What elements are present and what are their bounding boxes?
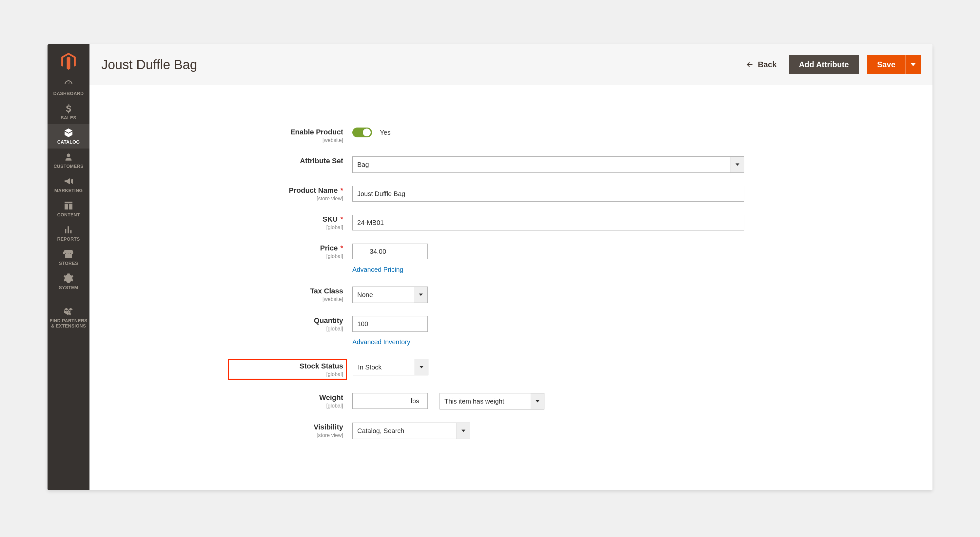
weight-type-value: This item has weight bbox=[439, 393, 531, 410]
attribute-set-caret[interactable] bbox=[730, 156, 745, 173]
enable-product-scope: [website] bbox=[231, 137, 343, 143]
save-dropdown-toggle[interactable] bbox=[905, 55, 921, 74]
save-button[interactable]: Save bbox=[867, 55, 905, 74]
sidebar-item-label: CATALOG bbox=[57, 139, 80, 145]
save-button-group: Save bbox=[867, 55, 921, 74]
enable-product-toggle[interactable] bbox=[352, 127, 372, 137]
sku-label: SKU* bbox=[323, 215, 343, 223]
quantity-input[interactable] bbox=[352, 316, 428, 332]
visibility-select[interactable]: Catalog, Search bbox=[352, 422, 470, 439]
stock-status-select[interactable]: In Stock bbox=[353, 359, 428, 375]
stock-status-caret[interactable] bbox=[415, 359, 428, 375]
price-label: Price* bbox=[320, 244, 343, 252]
sidebar-item-customers[interactable]: CUSTOMERS bbox=[48, 148, 89, 173]
sidebar-item-label: MARKETING bbox=[54, 188, 83, 193]
enable-product-value: Yes bbox=[380, 129, 391, 136]
price-scope: [global] bbox=[231, 253, 343, 259]
sidebar-item-sales[interactable]: SALES bbox=[48, 100, 89, 124]
enable-product-label: Enable Product bbox=[290, 128, 343, 136]
sidebar-item-system[interactable]: SYSTEM bbox=[48, 270, 89, 294]
sku-scope: [global] bbox=[231, 225, 343, 231]
product-name-scope: [store view] bbox=[231, 196, 343, 202]
sidebar-item-stores[interactable]: STORES bbox=[48, 245, 89, 270]
product-name-input[interactable] bbox=[352, 186, 745, 202]
weight-label: Weight bbox=[319, 394, 343, 402]
stock-status-scope: [global] bbox=[231, 371, 343, 377]
quantity-scope: [global] bbox=[231, 326, 343, 332]
weight-type-caret[interactable] bbox=[531, 393, 544, 410]
visibility-caret[interactable] bbox=[457, 422, 470, 439]
visibility-label: Visibility bbox=[313, 423, 343, 431]
add-attribute-button[interactable]: Add Attribute bbox=[789, 55, 859, 74]
back-link-label: Back bbox=[758, 60, 776, 69]
stock-status-value: In Stock bbox=[353, 359, 415, 375]
caret-down-icon bbox=[735, 163, 740, 167]
tax-class-scope: [website] bbox=[231, 296, 343, 302]
sidebar-item-marketing[interactable]: MARKETING bbox=[48, 173, 89, 197]
attribute-set-value: Bag bbox=[352, 156, 730, 173]
page-header: Joust Duffle Bag Back Add Attribute Save bbox=[89, 44, 932, 85]
sidebar-item-label: STORES bbox=[59, 261, 78, 266]
weight-unit: lbs bbox=[411, 393, 419, 409]
sidebar-item-label: DASHBOARD bbox=[53, 91, 84, 96]
caret-down-icon bbox=[420, 365, 423, 369]
magento-logo bbox=[61, 53, 76, 70]
page-title: Joust Duffle Bag bbox=[101, 57, 745, 72]
attribute-set-select[interactable]: Bag bbox=[352, 156, 745, 173]
weight-scope: [global] bbox=[231, 403, 343, 409]
visibility-scope: [store view] bbox=[231, 432, 343, 438]
sku-input[interactable] bbox=[352, 215, 745, 231]
caret-down-icon bbox=[910, 62, 916, 67]
advanced-inventory-link[interactable]: Advanced Inventory bbox=[352, 338, 428, 346]
sidebar-item-label: CUSTOMERS bbox=[54, 164, 84, 169]
tax-class-select[interactable]: None bbox=[352, 287, 428, 303]
visibility-value: Catalog, Search bbox=[352, 422, 457, 439]
back-link[interactable]: Back bbox=[745, 60, 776, 69]
tax-class-label: Tax Class bbox=[310, 287, 343, 295]
sidebar-item-label: REPORTS bbox=[57, 236, 80, 242]
caret-down-icon bbox=[536, 399, 539, 403]
tax-class-value: None bbox=[352, 287, 414, 303]
stock-status-label-highlight: Stock Status [global] bbox=[228, 359, 347, 380]
price-input[interactable] bbox=[352, 244, 428, 259]
tax-class-caret[interactable] bbox=[414, 287, 428, 303]
sidebar-item-partners[interactable]: FIND PARTNERS & EXTENSIONS bbox=[48, 303, 89, 332]
sidebar-item-label: FIND PARTNERS & EXTENSIONS bbox=[49, 318, 87, 328]
caret-down-icon bbox=[461, 429, 465, 433]
caret-down-icon bbox=[419, 293, 423, 297]
sidebar-item-label: SYSTEM bbox=[59, 285, 78, 290]
product-name-label: Product Name* bbox=[289, 186, 343, 194]
admin-sidebar: DASHBOARD SALES CATALOG CUSTOMERS MARKET… bbox=[48, 44, 89, 490]
weight-type-select[interactable]: This item has weight bbox=[439, 393, 544, 410]
arrow-left-icon bbox=[745, 61, 754, 69]
sidebar-item-reports[interactable]: REPORTS bbox=[48, 221, 89, 245]
sidebar-item-dashboard[interactable]: DASHBOARD bbox=[48, 76, 89, 100]
sidebar-item-catalog[interactable]: CATALOG bbox=[48, 124, 89, 148]
stock-status-label: Stock Status bbox=[299, 362, 343, 370]
sidebar-item-label: SALES bbox=[60, 115, 76, 120]
sidebar-item-content[interactable]: CONTENT bbox=[48, 197, 89, 221]
product-form: Enable Product [website] Yes Attribute S… bbox=[89, 85, 932, 490]
attribute-set-label: Attribute Set bbox=[300, 157, 343, 165]
quantity-label: Quantity bbox=[314, 316, 343, 325]
advanced-pricing-link[interactable]: Advanced Pricing bbox=[352, 266, 428, 273]
sidebar-item-label: CONTENT bbox=[57, 212, 80, 217]
